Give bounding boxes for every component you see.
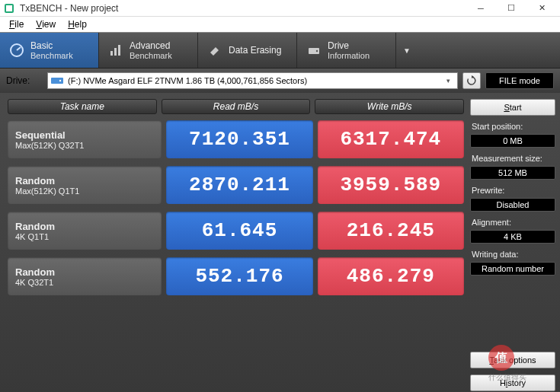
- task-params: Max(512K) Q1T1: [15, 186, 79, 196]
- task-name: Random: [15, 266, 55, 278]
- read-value: 61.645: [202, 219, 278, 242]
- write-cell: 216.245: [318, 212, 464, 250]
- drive-icon: [306, 43, 322, 58]
- write-cell: 3959.589: [318, 166, 464, 204]
- write-value: 3959.589: [340, 174, 441, 196]
- svg-point-10: [59, 80, 61, 81]
- tab-label: Advanced: [130, 40, 172, 51]
- erase-icon: [207, 43, 222, 58]
- tab-label: Drive: [328, 40, 370, 51]
- svg-rect-4: [110, 51, 113, 56]
- task-cell[interactable]: RandomMax(512K) Q1T1: [8, 166, 162, 204]
- tab-strip: BasicBenchmark AdvancedBenchmark Data Er…: [0, 32, 560, 69]
- results-rows: SequentialMax(512K) Q32T1 7120.351 6317.…: [8, 120, 464, 295]
- read-value: 2870.211: [189, 174, 290, 196]
- menu-bar: File View Help: [0, 17, 560, 32]
- disk-icon: [51, 75, 63, 86]
- task-params: Max(512K) Q32T1: [15, 141, 84, 150]
- tab-sublabel: Information: [328, 51, 370, 60]
- menu-help[interactable]: Help: [63, 18, 91, 31]
- tab-basic-benchmark[interactable]: BasicBenchmark: [0, 33, 99, 68]
- task-options-button[interactable]: Task options: [470, 352, 555, 368]
- gauge-icon: [9, 43, 24, 58]
- tab-drive-information[interactable]: DriveInformation: [297, 33, 396, 68]
- drive-bar: Drive: (F:) NVMe Asgard ELF 2TNVM 1.86 T…: [0, 69, 560, 93]
- svg-rect-9: [51, 78, 63, 84]
- write-cell: 6317.474: [318, 120, 464, 158]
- table-row: RandomMax(512K) Q1T1 2870.211 3959.589: [8, 166, 464, 204]
- read-cell: 61.645: [166, 212, 312, 250]
- measurement-size-label: Measurement size:: [470, 154, 555, 163]
- read-value: 552.176: [195, 265, 283, 288]
- task-cell[interactable]: Random4K Q32T1: [8, 257, 162, 295]
- alignment-label: Alignment:: [470, 218, 555, 227]
- results-panel: Task name Read mB/s Write mB/s Sequentia…: [0, 93, 469, 392]
- task-params: 4K Q1T1: [15, 232, 49, 241]
- refresh-button[interactable]: [462, 72, 481, 89]
- writing-data-label: Writing data:: [470, 250, 555, 259]
- drive-label: Drive:: [6, 75, 43, 86]
- chevron-down-icon: ▾: [442, 77, 454, 84]
- tab-advanced-benchmark[interactable]: AdvancedBenchmark: [99, 33, 198, 68]
- close-button[interactable]: ✕: [526, 1, 557, 16]
- read-cell: 7120.351: [166, 120, 312, 158]
- task-cell[interactable]: Random4K Q1T1: [8, 212, 162, 250]
- tab-label: Basic: [30, 40, 73, 51]
- task-name: Random: [15, 221, 55, 232]
- task-name: Random: [15, 175, 55, 186]
- table-row: Random4K Q32T1 552.176 486.279: [8, 257, 464, 295]
- prewrite-value[interactable]: Disabled: [470, 198, 555, 212]
- start-position-value[interactable]: 0 MB: [470, 134, 555, 148]
- write-value: 216.245: [347, 219, 435, 242]
- alignment-value[interactable]: 4 KB: [470, 230, 555, 244]
- window-title: TxBENCH - New project: [20, 3, 466, 14]
- write-value: 486.279: [347, 265, 435, 288]
- read-cell: 552.176: [166, 257, 312, 295]
- refresh-icon: [466, 75, 477, 86]
- drive-select[interactable]: (F:) NVMe Asgard ELF 2TNVM 1.86 TB (4,00…: [47, 72, 458, 89]
- app-icon: [3, 2, 15, 14]
- menu-file[interactable]: File: [5, 18, 28, 31]
- prewrite-label: Prewrite:: [470, 186, 555, 195]
- table-row: SequentialMax(512K) Q32T1 7120.351 6317.…: [8, 120, 464, 158]
- column-header-task: Task name: [8, 99, 157, 114]
- history-button[interactable]: History: [470, 374, 555, 391]
- start-position-label: Start position:: [470, 122, 555, 131]
- tab-label: Data Erasing: [229, 45, 281, 56]
- read-cell: 2870.211: [166, 166, 312, 204]
- main-area: Task name Read mB/s Write mB/s Sequentia…: [0, 93, 560, 392]
- task-name: Sequential: [15, 129, 66, 141]
- minimize-button[interactable]: ─: [466, 1, 496, 16]
- bars-icon: [108, 43, 123, 58]
- write-value: 6317.474: [340, 128, 441, 151]
- write-cell: 486.279: [318, 257, 464, 295]
- tab-sublabel: Benchmark: [130, 51, 172, 60]
- task-params: 4K Q32T1: [15, 278, 53, 287]
- read-value: 7120.351: [189, 128, 290, 151]
- column-header-write: Write mB/s: [315, 99, 464, 114]
- svg-line-3: [17, 47, 21, 50]
- svg-point-8: [316, 50, 318, 52]
- title-bar: TxBENCH - New project ─ ☐ ✕: [0, 0, 560, 17]
- menu-view[interactable]: View: [31, 18, 60, 31]
- tab-overflow-button[interactable]: ▼: [396, 33, 418, 68]
- drive-selected-text: (F:) NVMe Asgard ELF 2TNVM 1.86 TB (4,00…: [68, 76, 437, 85]
- measurement-size-value[interactable]: 512 MB: [470, 166, 555, 180]
- tab-sublabel: Benchmark: [30, 51, 73, 60]
- svg-rect-6: [118, 45, 120, 56]
- writing-data-value[interactable]: Random number: [470, 262, 555, 276]
- column-header-read: Read mB/s: [162, 99, 311, 114]
- start-button[interactable]: Start: [470, 99, 555, 116]
- side-panel: Start Start position: 0 MB Measurement s…: [469, 93, 560, 392]
- file-mode-button[interactable]: FILE mode: [485, 72, 554, 89]
- svg-rect-1: [6, 5, 12, 11]
- tab-data-erasing[interactable]: Data Erasing: [198, 33, 297, 68]
- task-cell[interactable]: SequentialMax(512K) Q32T1: [8, 120, 162, 158]
- maximize-button[interactable]: ☐: [496, 1, 526, 16]
- table-row: Random4K Q1T1 61.645 216.245: [8, 212, 464, 250]
- svg-rect-5: [114, 48, 117, 56]
